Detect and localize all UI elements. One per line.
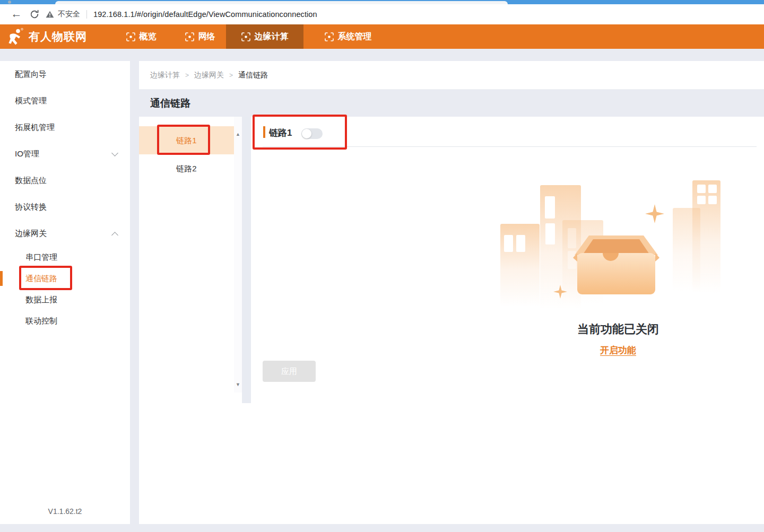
breadcrumb: 边缘计算 > 边缘网关 > 通信链路	[139, 61, 764, 90]
chevron-down-icon	[111, 150, 118, 156]
breadcrumb-item-communication-link: 通信链路	[238, 71, 268, 80]
breadcrumb-item-edge-gateway[interactable]: 边缘网关	[194, 71, 224, 80]
enable-feature-link[interactable]: 开启功能	[499, 344, 737, 356]
sidebar-item-extension-management[interactable]: 拓展机管理	[0, 114, 130, 141]
chevron-up-icon	[111, 232, 118, 239]
sidebar-item-label: IO管理	[15, 149, 39, 158]
link1-toggle[interactable]	[301, 128, 323, 139]
sidebar-item-label: 通信链路	[25, 274, 57, 283]
sidebar-item-communication-link[interactable]: 通信链路	[0, 268, 130, 289]
scan-icon	[325, 32, 334, 41]
address-bar[interactable]: 不安全 192.168.1.1/#/origin/defaultEdge/Vie…	[46, 7, 317, 21]
nav-tab-network[interactable]: 网络	[177, 24, 223, 49]
back-icon[interactable]: ←	[10, 7, 23, 21]
scroll-down-icon[interactable]: ▼	[234, 382, 242, 387]
security-badge[interactable]: 不安全	[58, 10, 80, 19]
brand-logo[interactable]: 有人物联网	[7, 24, 87, 49]
warning-icon	[46, 11, 54, 18]
list-scrollbar[interactable]: ▲ ▼	[234, 117, 242, 393]
scroll-up-icon[interactable]: ▲	[234, 132, 242, 137]
nav-tab-label: 网络	[198, 31, 215, 42]
brand-name: 有人物联网	[29, 29, 87, 44]
nav-tab-label: 系统管理	[338, 31, 372, 42]
feature-disabled-message: 当前功能已关闭	[499, 321, 737, 337]
breadcrumb-item-edge-computing[interactable]: 边缘计算	[150, 71, 180, 80]
link-list: 链路1 链路2	[139, 117, 234, 182]
building-illustration	[500, 224, 540, 307]
browser-tab-strip	[0, 0, 764, 4]
list-item-link2[interactable]: 链路2	[139, 154, 234, 182]
app-header: 有人物联网 概览 网络 边缘计算	[0, 24, 764, 49]
apply-button[interactable]: 应用	[263, 361, 316, 382]
link1-panel: 链路1	[251, 117, 764, 524]
nav-tab-label: 概览	[140, 31, 157, 42]
sidebar-item-data-report[interactable]: 数据上报	[0, 289, 130, 310]
sidebar-item-data-points[interactable]: 数据点位	[0, 167, 130, 194]
page-title: 通信链路	[150, 97, 190, 110]
scan-icon	[185, 32, 194, 41]
breadcrumb-separator: >	[229, 72, 233, 79]
sidebar-item-label: 边缘网关	[15, 229, 47, 238]
runner-logo-icon	[7, 28, 24, 46]
nav-tab-system-management[interactable]: 系统管理	[311, 24, 385, 49]
sidebar-item-linkage-control[interactable]: 联动控制	[0, 310, 130, 332]
active-item-indicator	[0, 271, 3, 286]
section-title: 链路1	[269, 127, 292, 139]
address-separator	[86, 10, 87, 19]
sidebar-item-protocol-conversion[interactable]: 协议转换	[0, 194, 130, 220]
empty-state-illustration	[499, 178, 737, 317]
content-card: 链路1 链路2 ▲ ▼ 链路1	[139, 117, 764, 524]
url-text[interactable]: 192.168.1.1/#/origin/defaultEdge/ViewCom…	[93, 10, 317, 19]
scan-icon	[241, 32, 250, 41]
screen: ← 不安全 192.168.1.1/#/origin/defaultEdge/V…	[0, 0, 764, 532]
firmware-version: V1.1.62.t2	[0, 507, 130, 516]
nav-tab-label: 边缘计算	[255, 31, 289, 42]
refresh-icon[interactable]	[30, 10, 39, 19]
sidebar-item-edge-gateway[interactable]: 边缘网关	[0, 220, 130, 247]
sidebar-item-io-management[interactable]: IO管理	[0, 141, 130, 167]
nav-tab-edge-computing[interactable]: 边缘计算	[226, 24, 303, 49]
panel-divider-column	[242, 117, 251, 403]
section-divider	[263, 146, 757, 147]
breadcrumb-separator: >	[185, 72, 189, 79]
sidebar-item-mode-management[interactable]: 模式管理	[0, 88, 130, 114]
building-illustration	[692, 180, 720, 293]
list-item-link1[interactable]: 链路1	[139, 126, 234, 154]
sidebar-item-config-wizard[interactable]: 配置向导	[0, 61, 130, 88]
browser-toolbar: ← 不安全 192.168.1.1/#/origin/defaultEdge/V…	[0, 4, 764, 24]
scan-icon	[126, 32, 135, 41]
toggle-knob	[302, 129, 311, 138]
sidebar-item-serial-management[interactable]: 串口管理	[0, 247, 130, 268]
tab-favicon-dot	[8, 1, 11, 4]
section-accent-bar	[263, 126, 265, 138]
empty-box-icon	[573, 235, 659, 295]
sidebar: 配置向导 模式管理 拓展机管理 IO管理 数据点位 协议转换 边缘网关 串口管理…	[0, 61, 130, 524]
sparkle-icon	[645, 204, 664, 223]
nav-tab-overview[interactable]: 概览	[118, 24, 164, 49]
